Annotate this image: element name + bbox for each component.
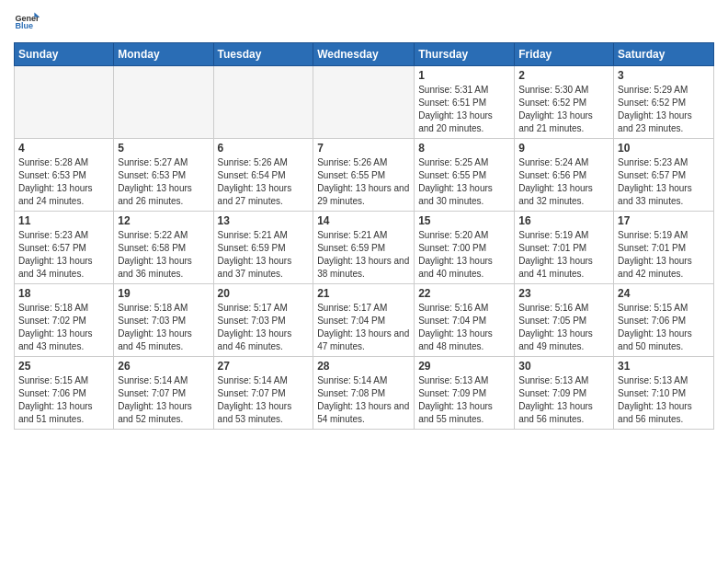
week-row-4: 18Sunrise: 5:18 AMSunset: 7:02 PMDayligh… — [15, 284, 714, 357]
day-info: Sunrise: 5:20 AMSunset: 7:00 PMDaylight:… — [418, 229, 510, 281]
calendar-cell: 10Sunrise: 5:23 AMSunset: 6:57 PMDayligh… — [614, 139, 714, 212]
day-number: 26 — [118, 360, 209, 373]
calendar-cell — [313, 66, 415, 139]
day-info: Sunrise: 5:23 AMSunset: 6:57 PMDaylight:… — [618, 156, 710, 208]
day-info: Sunrise: 5:18 AMSunset: 7:02 PMDaylight:… — [18, 302, 109, 353]
calendar-cell: 16Sunrise: 5:19 AMSunset: 7:01 PMDayligh… — [515, 212, 614, 284]
day-number: 19 — [118, 287, 209, 300]
calendar-cell: 14Sunrise: 5:21 AMSunset: 6:59 PMDayligh… — [313, 212, 415, 284]
calendar-cell: 30Sunrise: 5:13 AMSunset: 7:09 PMDayligh… — [515, 357, 614, 430]
weekday-header-friday: Friday — [515, 43, 614, 66]
day-info: Sunrise: 5:30 AMSunset: 6:52 PMDaylight:… — [518, 84, 609, 135]
day-number: 14 — [317, 214, 410, 227]
calendar-cell: 26Sunrise: 5:14 AMSunset: 7:07 PMDayligh… — [114, 357, 213, 430]
calendar-cell: 9Sunrise: 5:24 AMSunset: 6:56 PMDaylight… — [515, 139, 614, 212]
day-number: 20 — [218, 287, 310, 300]
day-info: Sunrise: 5:13 AMSunset: 7:09 PMDaylight:… — [418, 374, 510, 426]
day-number: 28 — [317, 360, 410, 373]
logo: General Blue — [14, 9, 40, 35]
day-info: Sunrise: 5:16 AMSunset: 7:05 PMDaylight:… — [518, 302, 609, 353]
week-row-3: 11Sunrise: 5:23 AMSunset: 6:57 PMDayligh… — [15, 212, 714, 284]
svg-text:Blue: Blue — [15, 21, 33, 30]
weekday-header-sunday: Sunday — [15, 43, 114, 66]
logo-icon: General Blue — [14, 9, 40, 35]
calendar-cell: 4Sunrise: 5:28 AMSunset: 6:53 PMDaylight… — [15, 139, 114, 212]
page-header: General Blue — [14, 9, 714, 35]
weekday-header-row: SundayMondayTuesdayWednesdayThursdayFrid… — [15, 43, 714, 66]
day-info: Sunrise: 5:22 AMSunset: 6:58 PMDaylight:… — [118, 229, 209, 281]
calendar-cell: 31Sunrise: 5:13 AMSunset: 7:10 PMDayligh… — [614, 357, 714, 430]
day-number: 22 — [418, 287, 510, 300]
weekday-header-thursday: Thursday — [415, 43, 515, 66]
day-number: 1 — [418, 69, 510, 82]
calendar-cell: 25Sunrise: 5:15 AMSunset: 7:06 PMDayligh… — [15, 357, 114, 430]
calendar-cell: 29Sunrise: 5:13 AMSunset: 7:09 PMDayligh… — [415, 357, 515, 430]
day-number: 3 — [618, 69, 710, 82]
day-number: 27 — [218, 360, 310, 373]
weekday-header-saturday: Saturday — [614, 43, 714, 66]
day-info: Sunrise: 5:21 AMSunset: 6:59 PMDaylight:… — [218, 229, 310, 281]
day-number: 15 — [418, 214, 510, 227]
weekday-header-wednesday: Wednesday — [313, 43, 415, 66]
calendar-cell: 3Sunrise: 5:29 AMSunset: 6:52 PMDaylight… — [614, 66, 714, 139]
day-info: Sunrise: 5:27 AMSunset: 6:53 PMDaylight:… — [118, 156, 209, 208]
day-info: Sunrise: 5:23 AMSunset: 6:57 PMDaylight:… — [18, 229, 109, 281]
day-number: 4 — [18, 142, 109, 155]
calendar-cell — [213, 66, 313, 139]
day-number: 17 — [618, 214, 710, 227]
day-info: Sunrise: 5:24 AMSunset: 6:56 PMDaylight:… — [518, 156, 609, 208]
day-number: 13 — [218, 214, 310, 227]
day-number: 16 — [518, 214, 609, 227]
day-number: 6 — [218, 142, 310, 155]
day-info: Sunrise: 5:17 AMSunset: 7:03 PMDaylight:… — [218, 302, 310, 353]
day-info: Sunrise: 5:18 AMSunset: 7:03 PMDaylight:… — [118, 302, 209, 353]
day-number: 12 — [118, 214, 209, 227]
day-info: Sunrise: 5:26 AMSunset: 6:55 PMDaylight:… — [317, 156, 410, 208]
calendar-cell — [114, 66, 213, 139]
calendar-cell: 11Sunrise: 5:23 AMSunset: 6:57 PMDayligh… — [15, 212, 114, 284]
day-number: 11 — [18, 214, 109, 227]
calendar-cell: 24Sunrise: 5:15 AMSunset: 7:06 PMDayligh… — [614, 284, 714, 357]
calendar-cell — [15, 66, 114, 139]
day-number: 25 — [18, 360, 109, 373]
day-info: Sunrise: 5:15 AMSunset: 7:06 PMDaylight:… — [618, 302, 710, 353]
day-info: Sunrise: 5:14 AMSunset: 7:08 PMDaylight:… — [317, 374, 410, 426]
calendar-cell: 22Sunrise: 5:16 AMSunset: 7:04 PMDayligh… — [415, 284, 515, 357]
day-info: Sunrise: 5:19 AMSunset: 7:01 PMDaylight:… — [618, 229, 710, 281]
weekday-header-monday: Monday — [114, 43, 213, 66]
calendar-cell: 20Sunrise: 5:17 AMSunset: 7:03 PMDayligh… — [213, 284, 313, 357]
day-info: Sunrise: 5:26 AMSunset: 6:54 PMDaylight:… — [218, 156, 310, 208]
day-number: 29 — [418, 360, 510, 373]
day-number: 23 — [518, 287, 609, 300]
calendar-cell: 2Sunrise: 5:30 AMSunset: 6:52 PMDaylight… — [515, 66, 614, 139]
day-number: 18 — [18, 287, 109, 300]
day-info: Sunrise: 5:13 AMSunset: 7:10 PMDaylight:… — [618, 374, 710, 426]
day-number: 2 — [518, 69, 609, 82]
calendar-cell: 8Sunrise: 5:25 AMSunset: 6:55 PMDaylight… — [415, 139, 515, 212]
week-row-5: 25Sunrise: 5:15 AMSunset: 7:06 PMDayligh… — [15, 357, 714, 430]
day-number: 9 — [518, 142, 609, 155]
week-row-2: 4Sunrise: 5:28 AMSunset: 6:53 PMDaylight… — [15, 139, 714, 212]
calendar-cell: 5Sunrise: 5:27 AMSunset: 6:53 PMDaylight… — [114, 139, 213, 212]
week-row-1: 1Sunrise: 5:31 AMSunset: 6:51 PMDaylight… — [15, 66, 714, 139]
day-info: Sunrise: 5:25 AMSunset: 6:55 PMDaylight:… — [418, 156, 510, 208]
calendar-cell: 23Sunrise: 5:16 AMSunset: 7:05 PMDayligh… — [515, 284, 614, 357]
day-number: 5 — [118, 142, 209, 155]
day-number: 8 — [418, 142, 510, 155]
calendar-cell: 28Sunrise: 5:14 AMSunset: 7:08 PMDayligh… — [313, 357, 415, 430]
day-info: Sunrise: 5:14 AMSunset: 7:07 PMDaylight:… — [118, 374, 209, 426]
calendar-cell: 7Sunrise: 5:26 AMSunset: 6:55 PMDaylight… — [313, 139, 415, 212]
day-info: Sunrise: 5:19 AMSunset: 7:01 PMDaylight:… — [518, 229, 609, 281]
day-number: 21 — [317, 287, 410, 300]
calendar-table: SundayMondayTuesdayWednesdayThursdayFrid… — [14, 42, 714, 430]
day-info: Sunrise: 5:17 AMSunset: 7:04 PMDaylight:… — [317, 302, 410, 353]
day-info: Sunrise: 5:31 AMSunset: 6:51 PMDaylight:… — [418, 84, 510, 135]
day-info: Sunrise: 5:15 AMSunset: 7:06 PMDaylight:… — [18, 374, 109, 426]
calendar-cell: 21Sunrise: 5:17 AMSunset: 7:04 PMDayligh… — [313, 284, 415, 357]
calendar-cell: 12Sunrise: 5:22 AMSunset: 6:58 PMDayligh… — [114, 212, 213, 284]
day-info: Sunrise: 5:21 AMSunset: 6:59 PMDaylight:… — [317, 229, 410, 281]
day-number: 30 — [518, 360, 609, 373]
day-number: 10 — [618, 142, 710, 155]
day-info: Sunrise: 5:14 AMSunset: 7:07 PMDaylight:… — [218, 374, 310, 426]
calendar-cell: 6Sunrise: 5:26 AMSunset: 6:54 PMDaylight… — [213, 139, 313, 212]
